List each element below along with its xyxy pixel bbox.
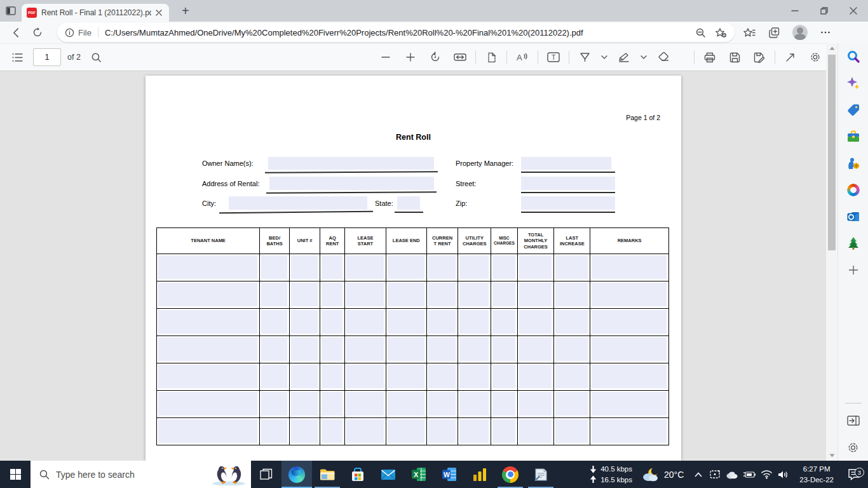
table-cell-field[interactable]	[158, 365, 257, 388]
save-as-icon[interactable]	[750, 48, 769, 67]
table-cell-field[interactable]	[492, 337, 515, 361]
property-manager-field[interactable]	[521, 157, 611, 170]
battery-charging-icon[interactable]	[742, 465, 756, 484]
table-cell-field[interactable]	[291, 392, 318, 416]
table-cell-field[interactable]	[592, 392, 667, 416]
table-cell-field[interactable]	[346, 419, 384, 443]
table-cell-field[interactable]	[519, 255, 552, 279]
table-cell-field[interactable]	[459, 310, 489, 334]
rotate-icon[interactable]	[426, 48, 445, 67]
table-cell-field[interactable]	[291, 255, 318, 279]
table-cell-field[interactable]	[492, 365, 515, 388]
table-cell-field[interactable]	[519, 283, 552, 306]
scroll-down-icon[interactable]	[826, 451, 837, 461]
scrollbar-thumb[interactable]	[828, 55, 836, 250]
scroll-up-icon[interactable]	[826, 43, 837, 53]
new-tab-button[interactable]: +	[178, 4, 193, 18]
weather-widget[interactable]: 20°C	[641, 466, 684, 483]
highlight-icon[interactable]	[614, 48, 634, 67]
table-cell-field[interactable]	[346, 337, 384, 361]
add-text-icon[interactable]: T	[544, 48, 563, 67]
table-cell-field[interactable]	[492, 310, 515, 334]
table-cell-field[interactable]	[428, 419, 456, 443]
table-cell-field[interactable]	[519, 419, 552, 443]
table-cell-field[interactable]	[428, 365, 456, 388]
table-cell-field[interactable]	[158, 310, 257, 334]
table-cell-field[interactable]	[428, 255, 456, 279]
table-cell-field[interactable]	[261, 419, 287, 443]
table-cell-field[interactable]	[346, 392, 384, 416]
table-cell-field[interactable]	[388, 392, 424, 416]
zip-field[interactable]	[521, 196, 615, 210]
table-cell-field[interactable]	[322, 392, 342, 416]
restore-button[interactable]	[810, 0, 839, 22]
print-icon[interactable]	[700, 48, 719, 67]
table-cell-field[interactable]	[158, 255, 257, 279]
table-cell-field[interactable]	[322, 310, 342, 334]
taskbar-search[interactable]	[31, 461, 251, 488]
address-bar[interactable]: File C:/Users/MumtazAhmed/OneDrive/My%20…	[57, 23, 735, 42]
sidebar-search-icon[interactable]	[838, 43, 868, 70]
penguins-illustration[interactable]	[209, 460, 248, 488]
close-window-button[interactable]	[839, 0, 868, 22]
table-cell-field[interactable]	[322, 419, 342, 443]
table-of-contents-icon[interactable]	[8, 48, 27, 67]
table-cell-field[interactable]	[519, 310, 552, 334]
display-device-icon[interactable]	[708, 465, 722, 484]
table-cell-field[interactable]	[261, 310, 287, 334]
taskbar-chrome-icon[interactable]	[495, 461, 526, 488]
table-cell-field[interactable]	[261, 365, 287, 388]
table-cell-field[interactable]	[261, 283, 287, 306]
start-button[interactable]	[0, 461, 31, 488]
table-cell-field[interactable]	[555, 337, 588, 361]
table-cell-field[interactable]	[291, 283, 318, 306]
sidebar-settings-icon[interactable]	[838, 434, 868, 461]
sidebar-games-icon[interactable]	[838, 150, 868, 177]
action-center-button[interactable]: 3	[841, 468, 867, 480]
tab-close-icon[interactable]	[154, 8, 164, 18]
zoom-in-icon[interactable]	[401, 48, 420, 67]
back-button[interactable]	[5, 23, 27, 42]
taskbar-notepad-icon[interactable]	[526, 461, 556, 488]
taskbar-powerbi-icon[interactable]	[465, 461, 495, 488]
table-cell-field[interactable]	[388, 365, 424, 388]
table-cell-field[interactable]	[555, 419, 588, 443]
table-cell-field[interactable]	[592, 365, 667, 388]
sidebar-add-icon[interactable]	[838, 257, 868, 283]
show-hidden-icons-chevron[interactable]	[691, 465, 705, 484]
zoom-out-icon[interactable]	[376, 48, 395, 67]
vertical-tabs-button[interactable]	[0, 0, 22, 22]
clock-widget[interactable]: 6:27 PM 23-Dec-22	[799, 464, 834, 484]
table-cell-field[interactable]	[322, 365, 342, 388]
erase-icon[interactable]	[654, 48, 673, 67]
table-cell-field[interactable]	[388, 255, 424, 279]
table-cell-field[interactable]	[492, 419, 515, 443]
onedrive-cloud-icon[interactable]	[725, 465, 739, 484]
table-cell-field[interactable]	[555, 392, 588, 416]
table-cell-field[interactable]	[492, 283, 515, 306]
table-cell-field[interactable]	[555, 310, 588, 334]
table-cell-field[interactable]	[555, 283, 588, 306]
table-cell-field[interactable]	[346, 283, 384, 306]
table-cell-field[interactable]	[291, 337, 318, 361]
table-cell-field[interactable]	[322, 337, 342, 361]
close-sidebar-icon[interactable]	[838, 407, 868, 434]
find-in-document-icon[interactable]	[87, 48, 106, 67]
table-cell-field[interactable]	[158, 283, 257, 306]
table-cell-field[interactable]	[428, 283, 456, 306]
volume-icon[interactable]	[776, 465, 790, 484]
fit-to-width-icon[interactable]	[451, 48, 470, 67]
table-cell-field[interactable]	[459, 392, 489, 416]
table-cell-field[interactable]	[322, 283, 342, 306]
zoom-indicator-icon[interactable]	[695, 27, 706, 38]
favorites-icon[interactable]	[738, 23, 760, 42]
table-cell-field[interactable]	[459, 283, 489, 306]
table-cell-field[interactable]	[519, 337, 552, 361]
sidebar-shopping-icon[interactable]	[838, 97, 868, 123]
sidebar-tools-icon[interactable]	[838, 123, 868, 150]
table-cell-field[interactable]	[555, 255, 588, 279]
table-cell-field[interactable]	[158, 419, 257, 443]
table-cell-field[interactable]	[519, 392, 552, 416]
table-cell-field[interactable]	[428, 310, 456, 334]
table-cell-field[interactable]	[291, 365, 318, 388]
